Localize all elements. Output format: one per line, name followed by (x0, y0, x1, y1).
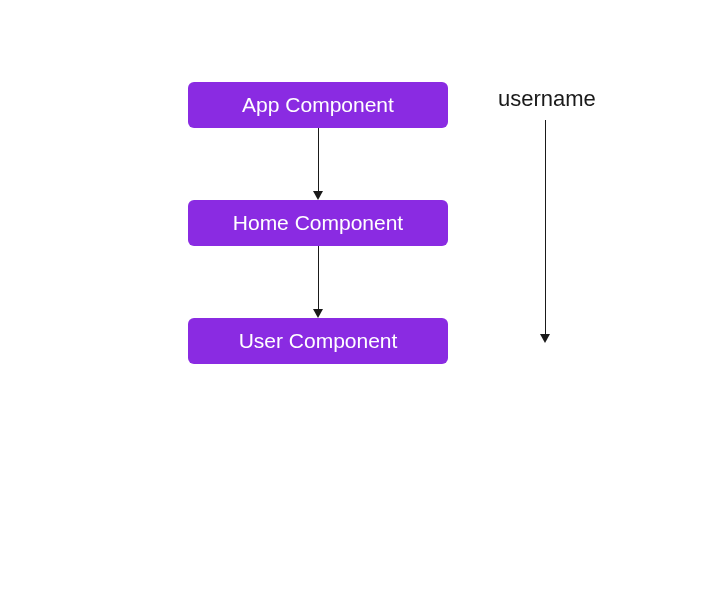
annotation-username: username (498, 86, 596, 112)
arrow-home-to-user-line (318, 246, 319, 309)
node-home-component: Home Component (188, 200, 448, 246)
arrow-username-line (545, 120, 546, 334)
node-app-label: App Component (242, 93, 394, 117)
arrow-app-to-home-head-icon (313, 191, 323, 200)
node-user-label: User Component (239, 329, 398, 353)
node-app-component: App Component (188, 82, 448, 128)
node-home-label: Home Component (233, 211, 403, 235)
node-user-component: User Component (188, 318, 448, 364)
arrow-app-to-home-line (318, 128, 319, 191)
arrow-home-to-user-head-icon (313, 309, 323, 318)
arrow-username-head-icon (540, 334, 550, 343)
annotation-username-label: username (498, 86, 596, 111)
